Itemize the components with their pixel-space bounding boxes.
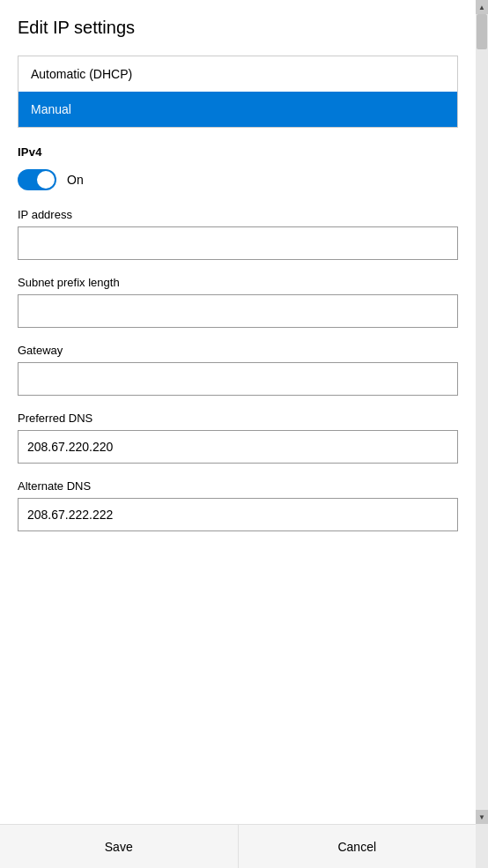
subnet-prefix-input[interactable] bbox=[18, 294, 458, 328]
subnet-prefix-group: Subnet prefix length bbox=[18, 276, 458, 328]
subnet-prefix-label: Subnet prefix length bbox=[18, 276, 458, 289]
ip-address-group: IP address bbox=[18, 208, 458, 260]
ipv4-section-label: IPv4 bbox=[18, 145, 458, 159]
dropdown-item-dhcp[interactable]: Automatic (DHCP) bbox=[18, 56, 457, 92]
footer-buttons: Save Cancel bbox=[0, 824, 476, 868]
dropdown-list[interactable]: Automatic (DHCP) Manual bbox=[18, 56, 458, 128]
dropdown-item-manual[interactable]: Manual bbox=[18, 92, 457, 127]
alternate-dns-label: Alternate DNS bbox=[18, 479, 458, 493]
toggle-label: On bbox=[67, 173, 84, 187]
edit-ip-settings-panel: ▲ ▼ Edit IP settings Automatic (DHCP) Ma… bbox=[0, 0, 488, 868]
ip-mode-dropdown[interactable]: Automatic (DHCP) Manual bbox=[18, 56, 458, 128]
scroll-down-arrow[interactable]: ▼ bbox=[476, 810, 488, 824]
toggle-knob bbox=[37, 171, 55, 189]
alternate-dns-input[interactable] bbox=[18, 498, 458, 531]
main-content: Edit IP settings Automatic (DHCP) Manual… bbox=[0, 0, 476, 531]
ip-address-label: IP address bbox=[18, 208, 458, 221]
preferred-dns-label: Preferred DNS bbox=[18, 412, 458, 425]
preferred-dns-group: Preferred DNS bbox=[18, 412, 458, 464]
scrollbar-thumb[interactable] bbox=[477, 14, 487, 49]
scrollbar-track[interactable] bbox=[476, 14, 488, 868]
scroll-up-arrow[interactable]: ▲ bbox=[476, 0, 488, 14]
gateway-label: Gateway bbox=[18, 344, 458, 357]
ipv4-toggle[interactable] bbox=[18, 169, 56, 190]
ip-address-input[interactable] bbox=[18, 226, 458, 260]
gateway-group: Gateway bbox=[18, 344, 458, 396]
cancel-button[interactable]: Cancel bbox=[238, 825, 477, 868]
preferred-dns-input[interactable] bbox=[18, 430, 458, 464]
alternate-dns-group: Alternate DNS bbox=[18, 479, 458, 531]
gateway-input[interactable] bbox=[18, 362, 458, 396]
scrollbar[interactable]: ▲ ▼ bbox=[476, 0, 488, 868]
ipv4-toggle-row: On bbox=[18, 169, 458, 190]
save-button[interactable]: Save bbox=[0, 825, 238, 868]
page-title: Edit IP settings bbox=[18, 18, 458, 38]
